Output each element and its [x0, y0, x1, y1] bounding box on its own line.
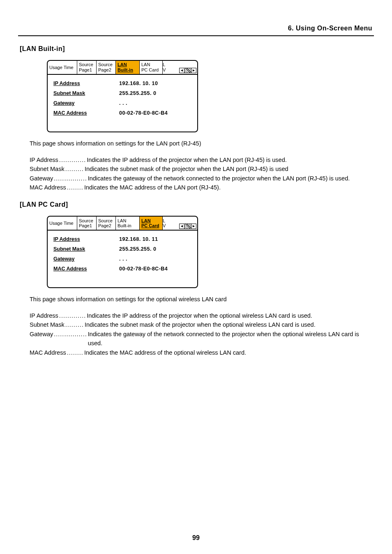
tab-label: PC Card: [141, 67, 159, 73]
tab-label: PC Card: [141, 223, 159, 229]
def-body-sm: Indicates the subnet mask of the project…: [85, 320, 374, 329]
mac-address-label: MAC Address: [53, 266, 119, 272]
def-term-ip: IP Address: [30, 155, 58, 164]
subnet-mask-value: 255.255.255. 0: [119, 90, 156, 96]
tab-label: V: [163, 223, 166, 229]
tab-label: Source: [98, 62, 113, 67]
tab-lan-builtin[interactable]: LAN Built-in: [116, 61, 140, 74]
scroll-right-icon[interactable]: ►: [191, 68, 196, 73]
tab-label: L: [163, 62, 165, 67]
tab-lan-pccard[interactable]: LAN PC Card: [140, 61, 163, 74]
def-term-mac: MAC Address: [30, 348, 66, 357]
tab-source-page2[interactable]: Source Page2: [97, 217, 116, 230]
tab-label: Source: [98, 218, 113, 224]
section-heading-lan-builtin: [LAN Built-in]: [20, 45, 374, 53]
mac-address-value: 00-02-78-E0-8C-B4: [119, 110, 168, 116]
ip-address-value: 192.168. 10. 10: [119, 81, 158, 86]
def-term-gw: Gateway: [30, 330, 53, 339]
gateway-label: Gateway: [53, 256, 119, 262]
tab-scroll: ◄ ►: [168, 224, 197, 230]
scroll-left-icon[interactable]: ◄: [179, 68, 184, 73]
def-body-ip: Indicates the IP address of the projecto…: [87, 311, 374, 320]
subnet-mask-value: 255.255.255. 0: [119, 246, 156, 252]
tab-label: LAN: [141, 218, 151, 224]
tab-lan-pccard[interactable]: LAN PC Card: [140, 217, 163, 230]
def-body-gw: Indicates the gateway of the network con…: [88, 330, 374, 348]
osd-tab-row: Usage Time Source Page1 Source Page2 LAN…: [48, 217, 197, 231]
tab-source-page1[interactable]: Source Page1: [77, 217, 97, 230]
def-body-mac: Indicates the MAC address of the LAN por…: [84, 183, 374, 192]
tab-source-page2[interactable]: Source Page2: [97, 61, 116, 74]
osd-panel-lan-pccard: Usage Time Source Page1 Source Page2 LAN…: [47, 216, 198, 288]
tab-cut-right[interactable]: L V: [163, 217, 168, 230]
dots: .............: [58, 311, 87, 320]
mac-address-value: 00-02-78-E0-8C-B4: [119, 266, 168, 272]
scroll-left-icon[interactable]: ◄: [179, 224, 184, 229]
tab-label: Source: [79, 218, 93, 224]
dots: ........: [66, 183, 84, 192]
dots: .........: [65, 164, 85, 173]
scroll-track[interactable]: [184, 224, 191, 229]
scroll-right-icon[interactable]: ►: [191, 224, 196, 229]
dots: ........: [66, 348, 84, 357]
gateway-value: . . .: [119, 100, 127, 106]
section2-definitions: IP Address.............Indicates the IP …: [30, 311, 374, 357]
def-term-gw: Gateway: [30, 174, 53, 183]
dots: .............: [58, 155, 87, 164]
def-term-ip: IP Address: [30, 311, 58, 320]
gateway-label: Gateway: [53, 100, 119, 106]
mac-address-label: MAC Address: [53, 110, 119, 116]
tab-cut-right[interactable]: L V: [163, 61, 168, 74]
tab-label: Built-in: [118, 223, 131, 229]
chapter-title: 6. Using On-Screen Menu: [18, 25, 374, 33]
def-body-ip: Indicates the IP address of the projecto…: [87, 155, 374, 164]
section1-description: This page shows information on settings …: [30, 140, 374, 148]
gateway-value: . . .: [119, 256, 127, 262]
osd-body: IP Address192.168. 10. 11 Subnet Mask255…: [48, 231, 197, 287]
tab-source-page1[interactable]: Source Page1: [77, 61, 97, 74]
ip-address-value: 192.168. 10. 11: [119, 236, 158, 242]
tab-label: Built-in: [118, 67, 133, 73]
subnet-mask-label: Subnet Mask: [53, 90, 119, 96]
def-term-sm: Subnet Mask: [30, 164, 65, 173]
osd-tab-row: Usage Time Source Page1 Source Page2 LAN…: [48, 61, 197, 75]
osd-body: IP Address192.168. 10. 10 Subnet Mask255…: [48, 75, 197, 132]
section2-description: This page shows information on settings …: [30, 295, 374, 304]
def-body-gw: Indicates the gateway of the network con…: [88, 174, 374, 183]
ip-address-label: IP Address: [53, 81, 119, 86]
page-number: 99: [0, 534, 392, 542]
tab-label: LAN: [141, 62, 150, 67]
tab-scroll: ◄ ►: [168, 68, 197, 74]
tab-label: L: [163, 218, 165, 224]
def-body-mac: Indicates the MAC address of the optiona…: [84, 348, 374, 357]
def-term-sm: Subnet Mask: [30, 320, 65, 329]
tab-label: LAN: [118, 62, 127, 67]
def-term-mac: MAC Address: [30, 183, 66, 192]
subnet-mask-label: Subnet Mask: [53, 246, 119, 252]
section1-definitions: IP Address.............Indicates the IP …: [30, 155, 374, 192]
header-rule: [18, 35, 374, 36]
dots: .........: [65, 320, 85, 329]
tab-label: V: [163, 67, 166, 73]
tab-label: Page2: [98, 223, 111, 229]
tab-label: Page1: [79, 223, 92, 229]
dots: ................: [53, 330, 88, 339]
tab-label: Page2: [98, 67, 111, 73]
section-heading-lan-pccard: [LAN PC Card]: [20, 201, 374, 208]
def-body-sm: Indicates the subnet mask of the project…: [85, 164, 374, 173]
tab-usage-time[interactable]: Usage Time: [48, 217, 77, 230]
dots: ................: [53, 174, 88, 183]
tab-lan-builtin[interactable]: LAN Built-in: [116, 217, 140, 230]
tab-label: Page1: [79, 67, 92, 73]
ip-address-label: IP Address: [53, 236, 119, 242]
osd-panel-lan-builtin: Usage Time Source Page1 Source Page2 LAN…: [47, 60, 198, 132]
scroll-track[interactable]: [184, 68, 191, 73]
tab-label: Source: [79, 62, 93, 67]
tab-usage-time[interactable]: Usage Time: [48, 61, 77, 74]
tab-label: LAN: [118, 218, 126, 224]
